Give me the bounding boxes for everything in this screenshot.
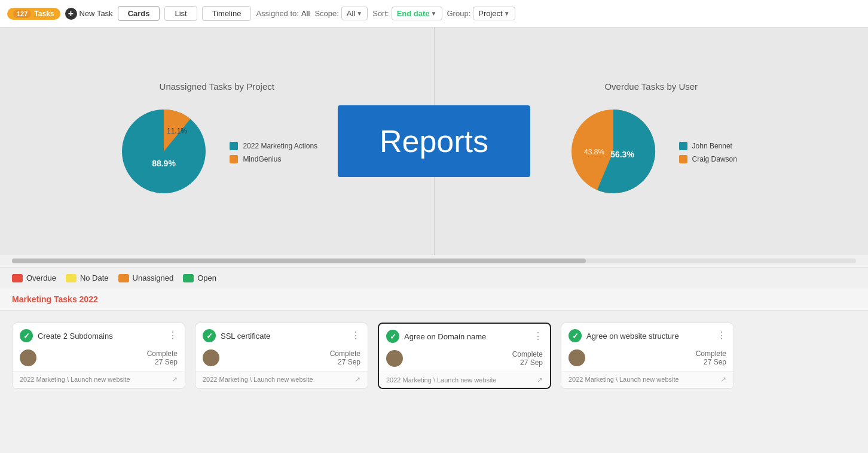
tasks-badge[interactable]: 127 Tasks: [7, 8, 60, 20]
section-title: Marketing Tasks 2022: [12, 294, 98, 304]
legend-item-1a: 2022 Marketing Actions: [230, 142, 317, 150]
task-card[interactable]: Agree on Domain name ⋮ Complete 27 Sep 2…: [378, 323, 551, 389]
timeline-nav-button[interactable]: Timeline: [202, 6, 252, 21]
chart1-pie: 88.9% 11.1%: [116, 104, 212, 201]
chart-unassigned: Unassigned Tasks by Project 88.9% 11.1%: [0, 28, 435, 255]
group-select[interactable]: Project ▼: [473, 7, 515, 20]
card-header: Create 2 Subdomains ⋮: [13, 323, 185, 346]
card-status: Complete 27 Sep: [147, 349, 178, 366]
card-body: Complete 27 Sep: [195, 346, 368, 371]
status-text: Complete: [147, 349, 178, 358]
card-menu-icon[interactable]: ⋮: [533, 332, 543, 341]
sort-label: Sort:: [372, 9, 389, 18]
assigned-filter: Assigned to: All: [256, 9, 310, 18]
legend-color-2a: [679, 142, 687, 150]
pie-chart-1: 88.9% 11.1%: [116, 104, 212, 199]
task-card[interactable]: Create 2 Subdomains ⋮ Complete 27 Sep 20…: [12, 323, 185, 389]
card-title-row: Create 2 Subdomains: [20, 329, 113, 342]
nodate-color: [66, 274, 77, 282]
legend-bar: Overdue No Date Unassigned Open: [0, 267, 868, 288]
card-status: Complete 27 Sep: [330, 349, 360, 366]
svg-text:88.9%: 88.9%: [152, 159, 176, 168]
assigned-label: Assigned to:: [256, 9, 299, 18]
scroll-area[interactable]: [0, 255, 868, 267]
group-label: Group:: [447, 9, 471, 18]
external-link-icon[interactable]: ↗: [720, 375, 726, 384]
external-link-icon[interactable]: ↗: [354, 375, 360, 384]
sort-value: End date: [397, 9, 430, 18]
check-icon: [386, 330, 399, 343]
card-body: Complete 27 Sep: [13, 346, 185, 371]
scope-filter: Scope: All ▼: [314, 7, 368, 20]
pie-chart-2: 56.3% 43.8%: [566, 104, 661, 199]
group-arrow-icon: ▼: [504, 10, 510, 17]
avatar: [203, 349, 219, 366]
list-nav-button[interactable]: List: [164, 6, 197, 21]
card-title: Agree on website structure: [586, 332, 679, 340]
new-task-button[interactable]: + New Task: [65, 8, 113, 20]
overdue-color: [12, 274, 23, 282]
external-link-icon[interactable]: ↗: [172, 375, 178, 384]
svg-text:56.3%: 56.3%: [610, 150, 634, 159]
card-footer: 2022 Marketing \ Launch new website ↗: [13, 371, 185, 387]
scope-value: All: [347, 9, 355, 18]
status-date: 27 Sep: [330, 358, 360, 366]
chart1-title: Unassigned Tasks by Project: [160, 81, 274, 92]
sort-arrow-icon: ▼: [431, 10, 437, 17]
chart1-container: 88.9% 11.1% 2022 Marketing Actions MindG…: [116, 104, 317, 201]
status-date: 27 Sep: [696, 358, 726, 366]
scope-select[interactable]: All ▼: [341, 7, 368, 20]
card-footer: 2022 Marketing \ Launch new website ↗: [379, 372, 550, 388]
legend-label-1a: 2022 Marketing Actions: [243, 142, 317, 150]
chart2-container: 56.3% 43.8% John Bennet Craig Dawson: [566, 104, 737, 201]
footer-path: 2022 Marketing \ Launch new website: [20, 376, 130, 383]
unassigned-color: [118, 274, 129, 282]
card-body: Complete 27 Sep: [561, 346, 733, 371]
unassigned-label: Unassigned: [133, 273, 174, 282]
sort-select[interactable]: End date ▼: [392, 7, 442, 20]
card-status: Complete 27 Sep: [512, 350, 543, 367]
open-label: Open: [197, 273, 216, 282]
card-header: SSL certificate ⋮: [195, 323, 368, 346]
section-header: Marketing Tasks 2022: [0, 288, 868, 311]
legend-item-1b: MindGenius: [230, 155, 317, 163]
card-menu-icon[interactable]: ⋮: [351, 331, 360, 340]
external-link-icon[interactable]: ↗: [537, 376, 543, 384]
cards-area: Create 2 Subdomains ⋮ Complete 27 Sep 20…: [0, 311, 868, 401]
card-menu-icon[interactable]: ⋮: [717, 331, 726, 340]
status-date: 27 Sep: [512, 358, 543, 367]
card-menu-icon[interactable]: ⋮: [168, 331, 178, 340]
card-title-row: SSL certificate: [203, 329, 270, 342]
chart2-title: Overdue Tasks by User: [604, 81, 698, 92]
status-text: Complete: [696, 349, 726, 358]
scope-label: Scope:: [314, 9, 338, 18]
chart-overdue: Overdue Tasks by User 56.3% 43.8%: [435, 28, 869, 255]
cards-nav-button[interactable]: Cards: [118, 6, 160, 21]
legend-color-1b: [230, 155, 238, 163]
scroll-track[interactable]: [12, 259, 856, 263]
avatar: [569, 349, 585, 366]
check-icon: [569, 329, 582, 342]
chart2-pie: 56.3% 43.8%: [566, 104, 661, 201]
task-card[interactable]: SSL certificate ⋮ Complete 27 Sep 2022 M…: [195, 323, 368, 389]
assigned-value[interactable]: All: [301, 9, 310, 18]
scope-arrow-icon: ▼: [356, 10, 362, 17]
card-title: Agree on Domain name: [404, 332, 486, 341]
legend-label-1b: MindGenius: [243, 155, 281, 163]
group-filter: Group: Project ▼: [447, 7, 515, 20]
legend-label-2b: Craig Dawson: [692, 155, 737, 163]
card-title: SSL certificate: [221, 332, 270, 340]
scroll-thumb[interactable]: [12, 259, 586, 263]
tasks-label: Tasks: [34, 10, 54, 18]
task-count: 127: [13, 10, 31, 18]
card-status: Complete 27 Sep: [696, 349, 726, 366]
open-color: [183, 274, 194, 282]
check-icon: [203, 329, 216, 342]
card-title-row: Agree on Domain name: [386, 330, 486, 343]
svg-text:43.8%: 43.8%: [584, 148, 604, 156]
card-title-row: Agree on website structure: [569, 329, 679, 342]
task-card[interactable]: Agree on website structure ⋮ Complete 27…: [561, 323, 734, 389]
legend-color-1a: [230, 142, 238, 150]
new-task-label: New Task: [80, 9, 113, 18]
overdue-label: Overdue: [26, 273, 56, 282]
